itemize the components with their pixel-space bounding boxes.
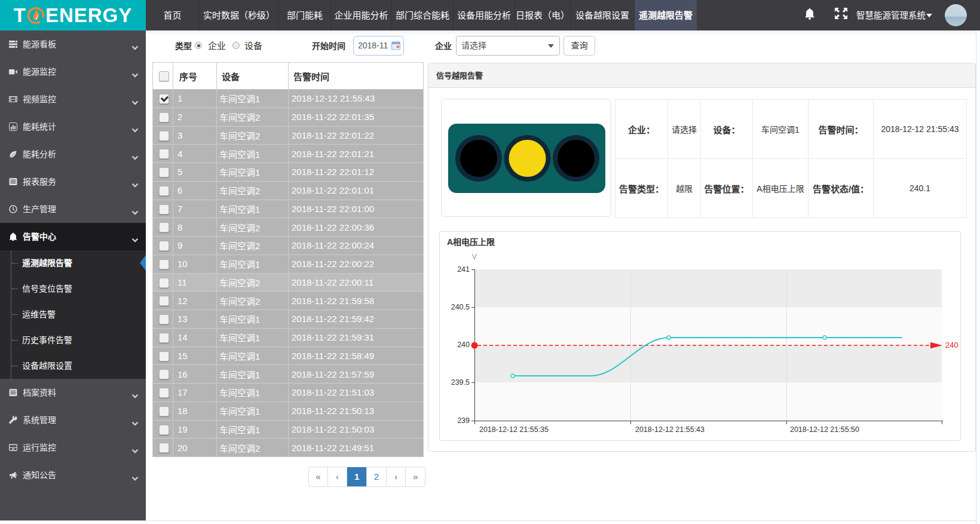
svg-text:2018-12-12 21:55:50: 2018-12-12 21:55:50 [790,425,859,434]
svg-text:240.5: 240.5 [451,303,470,311]
svg-text:240: 240 [945,341,958,350]
svg-text:239: 239 [457,416,470,425]
svg-text:2018-12-12 21:55:43: 2018-12-12 21:55:43 [635,425,705,434]
svg-text:241: 241 [457,265,470,274]
svg-text:V: V [472,253,477,261]
svg-text:239.5: 239.5 [451,378,470,387]
svg-text:240: 240 [457,341,470,349]
svg-text:2018-12-12 21:55:35: 2018-12-12 21:55:35 [479,425,549,434]
